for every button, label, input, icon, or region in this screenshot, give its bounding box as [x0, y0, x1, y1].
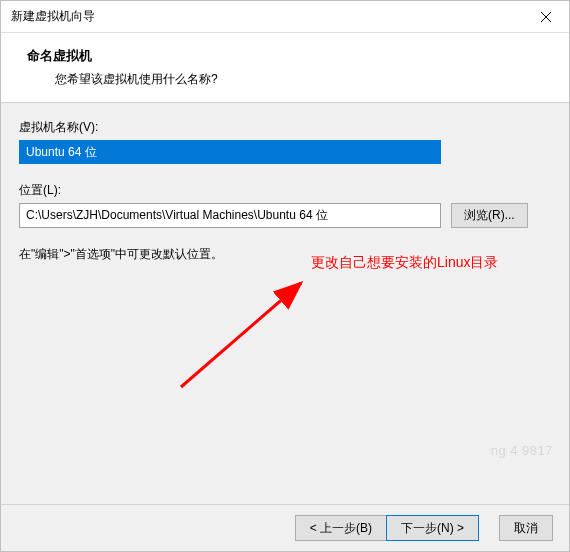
- vm-name-label: 虚拟机名称(V):: [19, 119, 551, 136]
- button-bar: < 上一步(B) 下一步(N) > 取消: [1, 504, 569, 551]
- vm-location-group: 位置(L): 浏览(R)...: [19, 182, 551, 228]
- page-subtitle: 您希望该虚拟机使用什么名称?: [55, 71, 551, 88]
- browse-button[interactable]: 浏览(R)...: [451, 203, 528, 228]
- close-button[interactable]: [523, 1, 569, 32]
- annotation-arrow-icon: [161, 277, 321, 397]
- cancel-button[interactable]: 取消: [499, 515, 553, 541]
- vm-name-group: 虚拟机名称(V):: [19, 119, 551, 164]
- watermark: ng 4 9817: [491, 443, 553, 458]
- window-title: 新建虚拟机向导: [11, 8, 95, 25]
- back-button[interactable]: < 上一步(B): [295, 515, 386, 541]
- wizard-window: 新建虚拟机向导 命名虚拟机 您希望该虚拟机使用什么名称? 虚拟机名称(V): 位…: [0, 0, 570, 552]
- vm-location-label: 位置(L):: [19, 182, 551, 199]
- body-panel: 虚拟机名称(V): 位置(L): 浏览(R)... 在"编辑">"首选项"中可更…: [1, 103, 569, 504]
- annotation-text: 更改自己想要安装的Linux目录: [311, 253, 521, 273]
- svg-line-3: [181, 283, 301, 387]
- vm-name-input[interactable]: [19, 140, 441, 164]
- vm-location-input[interactable]: [19, 203, 441, 228]
- titlebar: 新建虚拟机向导: [1, 1, 569, 33]
- header-panel: 命名虚拟机 您希望该虚拟机使用什么名称?: [1, 33, 569, 103]
- next-button[interactable]: 下一步(N) >: [386, 515, 479, 541]
- close-icon: [541, 12, 551, 22]
- page-title: 命名虚拟机: [27, 47, 551, 65]
